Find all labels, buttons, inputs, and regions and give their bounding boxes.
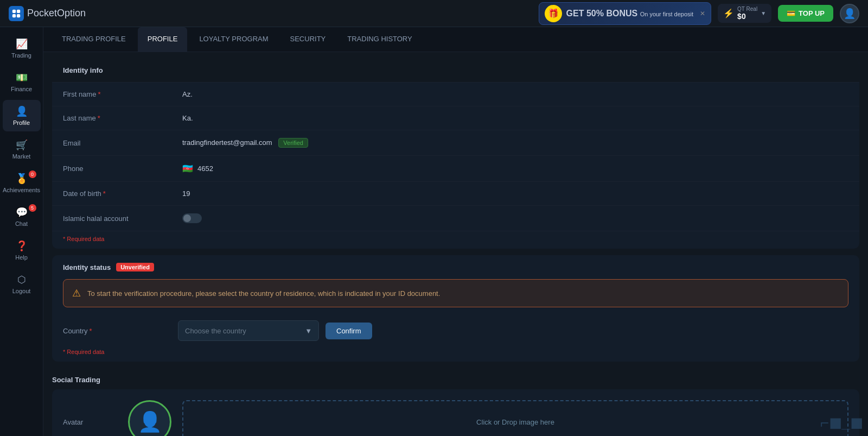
svg-rect-2 (12, 14, 16, 17)
identity-info-header: Identity info (52, 59, 859, 83)
required-star: * (98, 114, 100, 122)
trading-icon: 📈 (16, 38, 28, 50)
logo-text: PocketOption (27, 8, 86, 19)
unverified-badge: Unverified (116, 263, 154, 271)
identity-required-note: * Required data (52, 231, 859, 249)
warning-icon: ⚠ (72, 287, 81, 299)
sidebar-item-finance[interactable]: 💵 Finance (3, 66, 41, 98)
avatar-placeholder-icon: 👤 (138, 410, 162, 433)
phone-value: 🇦🇿 4652 (182, 163, 213, 174)
chat-icon: 💬 (16, 206, 28, 218)
identity-info-section: Identity info First name* Az. Last name*… (52, 59, 859, 249)
chat-badge: 5 (29, 204, 36, 212)
bonus-banner: 🎁 GET 50% BONUS On your first deposit ✕ (539, 2, 711, 25)
logo[interactable]: PocketOption (9, 6, 86, 21)
sidebar-item-help[interactable]: ❓ Help (3, 235, 41, 266)
sidebar-item-market[interactable]: 🛒 Market (3, 134, 41, 165)
tab-profile[interactable]: PROFILE (138, 27, 188, 52)
logo-icon (9, 6, 24, 21)
sidebar-item-label: Help (15, 254, 28, 261)
user-avatar[interactable]: 👤 (840, 4, 859, 23)
phone-label: Phone (63, 165, 182, 173)
avatar-label: Avatar (63, 418, 117, 426)
select-chevron-icon: ▼ (305, 327, 312, 335)
tab-loyalty[interactable]: LOYALTY PROGRAM (189, 27, 278, 52)
svg-rect-0 (12, 9, 16, 12)
identity-status-header: Identity status Unverified (52, 255, 859, 279)
sidebar-item-label: Trading (11, 52, 31, 59)
required-star: * (90, 327, 92, 335)
last-name-row: Last name* Ka. (52, 106, 859, 130)
sidebar-item-label: Market (12, 153, 31, 160)
bonus-subtitle: On your first deposit (640, 11, 693, 17)
halal-label: Islamic halal account (63, 214, 182, 223)
chevron-down-icon: ▼ (761, 10, 766, 16)
last-name-label: Last name* (63, 114, 182, 122)
social-trading-body: Avatar 👤 Click or Drop image here Hide m… (52, 389, 859, 436)
country-row: Country* Choose the country ▼ Confirm (52, 315, 859, 344)
phone-row: Phone 🇦🇿 4652 (52, 156, 859, 182)
balance-area[interactable]: ⚡ QT Real $0 ▼ (718, 4, 771, 23)
sidebar-item-label: Profile (13, 119, 30, 126)
topup-icon: 💳 (787, 9, 795, 17)
bonus-info: GET 50% BONUS On your first deposit (566, 9, 693, 18)
topbar-right: 🎁 GET 50% BONUS On your first deposit ✕ … (539, 2, 859, 25)
sidebar-item-achievements[interactable]: 🏅 Achievements 0 (3, 167, 41, 199)
sidebar-item-profile[interactable]: 👤 Profile (3, 100, 41, 131)
svg-rect-1 (17, 9, 20, 12)
dob-value: 19 (182, 189, 190, 198)
tab-trading-profile[interactable]: TRADING PROFILE (52, 27, 136, 52)
required-star: * (98, 90, 100, 98)
bonus-icon: 🎁 (545, 5, 562, 22)
sidebar-item-chat[interactable]: 💬 Chat 5 (3, 201, 41, 232)
tab-security[interactable]: SECURITY (280, 27, 336, 52)
bonus-close-icon[interactable]: ✕ (700, 10, 705, 17)
logout-icon: ⬡ (17, 274, 26, 286)
achievements-badge: 0 (29, 170, 36, 178)
topup-button[interactable]: 💳 TOP UP (778, 5, 833, 22)
email-value: tradingfindertest@gmail.com Verified (182, 138, 308, 148)
identity-status-section: Identity status Unverified ⚠ To start th… (52, 255, 859, 362)
required-star: * (103, 189, 106, 198)
sidebar-item-label: Finance (11, 86, 32, 92)
content-area: TRADING PROFILE PROFILE LOYALTY PROGRAM … (43, 27, 868, 436)
sidebar-item-label: Chat (15, 220, 28, 227)
country-select[interactable]: Choose the country ▼ (178, 320, 319, 341)
flag-icon: 🇦🇿 (182, 163, 193, 174)
balance-label: QT Real (737, 6, 757, 12)
balance-value: $0 (737, 12, 757, 21)
sidebar-item-trading[interactable]: 📈 Trading (3, 33, 41, 64)
avatar-row: Avatar 👤 Click or Drop image here (52, 389, 859, 436)
confirm-button[interactable]: Confirm (326, 323, 372, 339)
social-trading-header: Social Trading (52, 368, 859, 389)
finance-icon: 💵 (16, 72, 28, 84)
email-row: Email tradingfindertest@gmail.com Verifi… (52, 130, 859, 156)
sidebar-item-logout[interactable]: ⬡ Logout (3, 268, 41, 300)
identity-status-required-note: * Required data (52, 344, 859, 362)
halal-row: Islamic halal account (52, 206, 859, 231)
first-name-value: Az. (182, 90, 193, 98)
country-placeholder: Choose the country (185, 327, 246, 335)
main-layout: 📈 Trading 💵 Finance 👤 Profile 🛒 Market 🏅… (0, 27, 868, 436)
profile-icon: 👤 (16, 105, 28, 117)
dob-label: Date of birth* (63, 189, 182, 198)
avatar-drop-zone[interactable]: Click or Drop image here (182, 400, 848, 436)
dob-row: Date of birth* 19 (52, 182, 859, 206)
topbar: PocketOption 🎁 GET 50% BONUS On your fir… (0, 0, 868, 27)
country-label: Country* (63, 327, 171, 335)
sidebar-item-label: Logout (12, 288, 31, 294)
social-trading-section: Social Trading Avatar 👤 Click or Drop im… (52, 368, 859, 436)
sidebar: 📈 Trading 💵 Finance 👤 Profile 🛒 Market 🏅… (0, 27, 43, 436)
warning-text: To start the verification procedure, ple… (87, 289, 440, 298)
halal-toggle[interactable] (182, 213, 202, 223)
sidebar-item-label: Achievements (3, 187, 40, 193)
achievements-icon: 🏅 (16, 173, 28, 185)
first-name-label: First name* (63, 90, 182, 98)
balance-info: QT Real $0 (737, 6, 757, 21)
email-label: Email (63, 139, 182, 147)
first-name-row: First name* Az. (52, 83, 859, 106)
tab-trading-history[interactable]: TRADING HISTORY (337, 27, 422, 52)
avatar-circle[interactable]: 👤 (128, 400, 171, 436)
warning-banner: ⚠ To start the verification procedure, p… (63, 279, 848, 307)
bonus-title: GET 50% BONUS (566, 9, 638, 18)
